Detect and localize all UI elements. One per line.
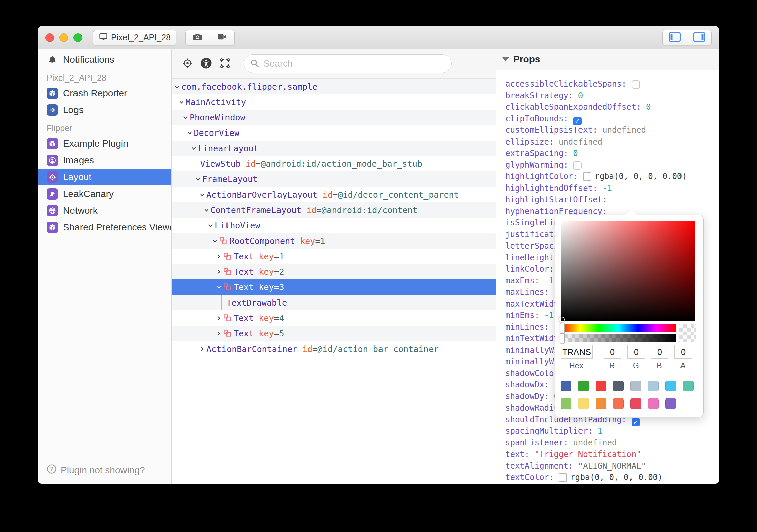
preset-color-swatch[interactable]: [578, 381, 589, 391]
prop-value[interactable]: "ALIGN_NORMAL": [578, 461, 646, 471]
tree-row-rootcomponent[interactable]: RootComponent key=1: [172, 233, 496, 249]
sidebar-item-shared-preferences-viewer[interactable]: Shared Preferences Viewer: [38, 219, 171, 236]
prop-checkbox-unchecked[interactable]: [632, 80, 640, 89]
green-input[interactable]: 0: [627, 345, 645, 359]
prop-value[interactable]: "Trigger Notification": [535, 449, 641, 459]
preset-color-swatch[interactable]: [613, 381, 624, 391]
toggle-right-panel-button[interactable]: [687, 30, 711, 45]
hex-input[interactable]: TRANS: [561, 345, 593, 359]
tree-row-linearlayout[interactable]: LinearLayout: [172, 141, 496, 156]
preset-color-swatch[interactable]: [683, 381, 694, 391]
search-box[interactable]: [244, 54, 452, 73]
chevron-right-icon[interactable]: [216, 254, 223, 259]
preset-color-swatch[interactable]: [596, 381, 606, 391]
prop-checkbox-checked[interactable]: ✓: [632, 418, 640, 426]
prop-value[interactable]: rgba(0, 0, 0, 0.00): [570, 473, 663, 482]
chevron-down-icon[interactable]: [204, 208, 211, 213]
screen-record-button[interactable]: [210, 30, 234, 45]
tree-row-text[interactable]: Text key=1: [172, 249, 496, 264]
prop-color-swatch[interactable]: [583, 172, 591, 181]
chevron-down-icon[interactable]: [191, 146, 198, 151]
chevron-down-icon[interactable]: [179, 100, 186, 105]
node-picker-button[interactable]: [215, 58, 234, 70]
accessibility-mode-button[interactable]: [197, 57, 215, 70]
preset-color-swatch[interactable]: [665, 398, 676, 409]
chevron-down-icon[interactable]: [183, 115, 190, 120]
tree-row-contentframelayout[interactable]: ContentFrameLayout id=@android:id/conten…: [172, 202, 496, 218]
tree-row-text[interactable]: Text key=4: [172, 310, 496, 326]
tree-row-framelayout[interactable]: FrameLayout: [172, 171, 496, 187]
preset-color-swatch[interactable]: [665, 381, 676, 391]
sidebar-item-leakcanary[interactable]: LeakCanary: [38, 185, 171, 202]
tree-row-text[interactable]: Text key=5: [172, 326, 496, 341]
chevron-right-icon[interactable]: [200, 347, 206, 352]
tree-row-actionbarcontainer[interactable]: ActionBarContainer id=@id/action_bar_con…: [172, 341, 496, 357]
prop-checkbox-checked[interactable]: ✓: [573, 117, 582, 125]
sidebar-item-notifications[interactable]: Notifications: [38, 51, 171, 68]
sidebar-item-crash-reporter[interactable]: Crash Reporter: [38, 85, 171, 102]
minimize-button[interactable]: [59, 33, 68, 42]
props-header[interactable]: Props: [496, 49, 719, 70]
sidebar-item-layout[interactable]: Layout: [38, 169, 171, 185]
tree-row-lithoview[interactable]: LithoView: [172, 218, 496, 233]
prop-value[interactable]: -1: [602, 183, 612, 193]
alpha-slider[interactable]: [561, 334, 676, 342]
preset-color-swatch[interactable]: [648, 381, 659, 391]
hue-slider[interactable]: [561, 324, 676, 332]
tree-row-phonewindow[interactable]: PhoneWindow: [172, 110, 496, 125]
chevron-down-icon[interactable]: [187, 130, 194, 136]
prop-value[interactable]: 0: [578, 91, 583, 100]
chevron-down-icon[interactable]: [216, 285, 223, 290]
red-input[interactable]: 0: [604, 345, 621, 359]
chevron-down-icon[interactable]: [208, 223, 215, 228]
chevron-right-icon[interactable]: [216, 331, 223, 336]
saturation-field[interactable]: [561, 221, 695, 321]
chevron-down-icon[interactable]: [196, 177, 202, 182]
preset-color-swatch[interactable]: [613, 398, 624, 409]
alpha-input[interactable]: 0: [674, 345, 692, 359]
prop-value[interactable]: 1: [598, 426, 602, 436]
chevron-down-icon[interactable]: [174, 84, 181, 89]
tree-row-actionbaroverlaylayout[interactable]: ActionBarOverlayLayout id=@id/decor_cont…: [172, 187, 496, 202]
tree-row-textdrawable[interactable]: TextDrawable: [172, 295, 496, 310]
alpha-slider-handle[interactable]: [560, 333, 565, 343]
search-input[interactable]: [263, 58, 445, 69]
tree-row-text[interactable]: Text key=2: [172, 264, 496, 279]
preset-color-swatch[interactable]: [561, 398, 571, 409]
tree-row-mainactivity[interactable]: MainActivity: [172, 94, 496, 110]
zoom-button[interactable]: [73, 33, 82, 42]
plugin-not-showing-link[interactable]: ? Plugin not showing?: [47, 464, 145, 476]
sidebar-item-images[interactable]: Images: [38, 152, 171, 169]
screenshot-button[interactable]: [186, 30, 210, 45]
target-mode-button[interactable]: [178, 58, 197, 70]
preset-color-swatch[interactable]: [578, 398, 589, 409]
tree-row-viewstub[interactable]: ViewStub id=@android:id/action_mode_bar_…: [172, 156, 496, 171]
sidebar-item-example-plugin[interactable]: Example Plugin: [38, 135, 171, 152]
preset-color-swatch[interactable]: [648, 398, 659, 409]
blue-input[interactable]: 0: [651, 345, 668, 359]
prop-value[interactable]: rgba(0, 0, 0, 0.00): [595, 172, 687, 181]
toggle-left-panel-button[interactable]: [663, 30, 687, 45]
prop-value[interactable]: -1: [544, 311, 554, 320]
preset-color-swatch[interactable]: [596, 398, 606, 409]
preset-color-swatch[interactable]: [630, 381, 641, 391]
close-button[interactable]: [45, 33, 54, 42]
tree-row-decorview[interactable]: DecorView: [172, 125, 496, 141]
prop-value[interactable]: -1: [544, 276, 554, 285]
hue-slider-handle[interactable]: [560, 323, 565, 334]
sidebar-item-network[interactable]: Network: [38, 202, 171, 219]
chevron-down-icon[interactable]: [200, 192, 206, 197]
tree-row-text[interactable]: Text key=3: [172, 279, 496, 295]
tree-row-com.facebook.flipper.sample[interactable]: com.facebook.flipper.sample: [172, 79, 496, 94]
chevron-right-icon[interactable]: [216, 269, 223, 274]
prop-value[interactable]: 0: [646, 102, 651, 112]
saturation-picker-handle[interactable]: [559, 317, 565, 322]
prop-color-swatch[interactable]: [559, 473, 567, 482]
preset-color-swatch[interactable]: [561, 381, 571, 391]
preset-color-swatch[interactable]: [630, 398, 641, 409]
prop-checkbox-unchecked[interactable]: [573, 161, 582, 170]
device-selector-button[interactable]: Pixel_2_API_28: [93, 30, 176, 45]
chevron-right-icon[interactable]: [216, 316, 223, 321]
chevron-down-icon[interactable]: [212, 238, 219, 244]
sidebar-item-logs[interactable]: Logs: [38, 102, 171, 118]
